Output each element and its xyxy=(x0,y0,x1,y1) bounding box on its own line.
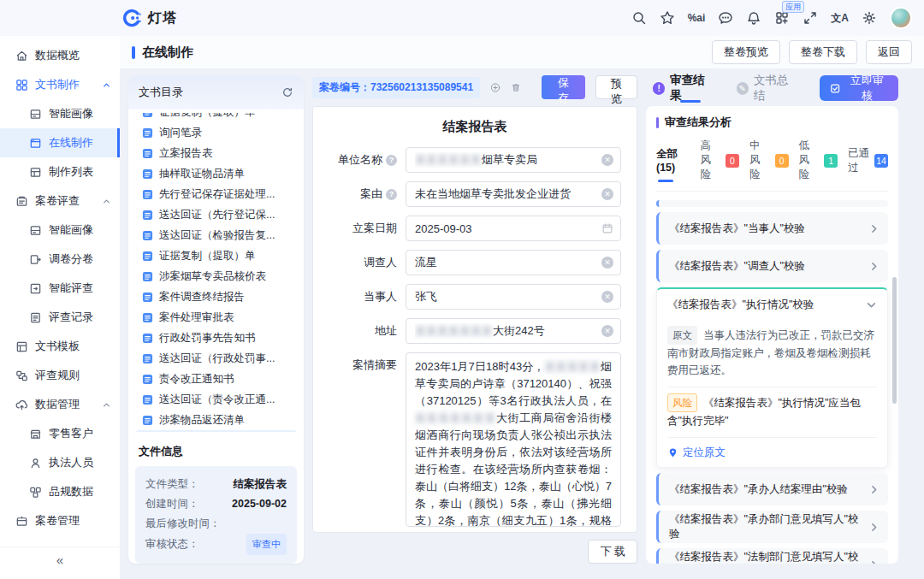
star-icon[interactable] xyxy=(660,10,675,26)
doc-list-item[interactable]: 送达回证（先行登记保... xyxy=(135,204,297,225)
text-input[interactable]: 2025-09-03 xyxy=(406,216,621,241)
tab-doc-summary[interactable]: ✎文书总结 xyxy=(737,75,798,101)
clear-icon[interactable]: ✕ xyxy=(601,257,613,269)
sidebar-subitem[interactable]: 制作列表 xyxy=(0,157,120,186)
doc-list-item[interactable]: 立案报告表 xyxy=(135,143,297,163)
review-item[interactable]: 《结案报告表》"调查人"校验 xyxy=(656,250,888,282)
translate-icon[interactable]: 文A xyxy=(831,10,849,26)
sidebar-item[interactable]: 文书制作 xyxy=(0,70,120,99)
preview-button[interactable]: 预 览 xyxy=(595,75,637,99)
add-icon[interactable] xyxy=(490,80,500,95)
review-item[interactable]: 《结案报告表》"当事人"校验 xyxy=(656,212,888,245)
review-scrollbar[interactable] xyxy=(892,277,897,404)
sidebar-item[interactable]: 案卷管理 xyxy=(0,506,120,535)
review-item[interactable]: 《结案报告表》"承办部门意见填写人"校验 xyxy=(656,511,888,543)
doc-list-item[interactable]: 案件调查终结报告 xyxy=(135,287,297,307)
sidebar-subitem[interactable]: 智能画像 xyxy=(0,99,120,128)
sidebar-subitem-label: 智能评查 xyxy=(49,281,111,296)
sidebar-subitem[interactable]: 智能评查 xyxy=(0,274,120,303)
clear-icon[interactable]: ✕ xyxy=(601,154,613,166)
form-card: 结案报告表 单位名称?某某某某某某烟草专卖局✕案由?未在当地烟草专卖批发企业进货… xyxy=(312,106,637,533)
sidebar-item[interactable]: 数据管理 xyxy=(0,390,120,419)
filter-all[interactable]: 全部 (15) xyxy=(656,147,690,175)
refresh-icon[interactable] xyxy=(281,86,293,98)
page-action-button[interactable]: 返回 xyxy=(866,40,912,64)
review-item[interactable]: 《结案报告表》"执行情况"校验 xyxy=(667,289,877,320)
pencil-circle-icon: ✎ xyxy=(737,82,749,95)
bell-icon[interactable] xyxy=(746,10,761,26)
text-input[interactable]: 某某某某某某某大街242号✕ xyxy=(406,318,621,344)
doc-lines-icon xyxy=(29,311,42,324)
filter-risk[interactable]: 低风险1 xyxy=(799,139,838,184)
tab-review-result[interactable]: !审查结果 xyxy=(653,75,714,101)
text-input[interactable]: 流星✕ xyxy=(406,250,621,275)
sidebar-subitem[interactable]: 调卷分卷 xyxy=(0,245,120,274)
doc-item-label: 行政处罚事先告知书 xyxy=(159,331,256,346)
review-item-partial[interactable] xyxy=(656,200,888,207)
text-input[interactable]: 张飞✕ xyxy=(406,284,621,310)
fullscreen-icon[interactable] xyxy=(803,10,818,26)
page-action-button[interactable]: 整卷预览 xyxy=(712,40,780,64)
doc-list-item[interactable]: 先行登记保存证据处理... xyxy=(135,184,297,204)
doc-list-item[interactable]: 抽样取证物品清单 xyxy=(135,163,297,184)
review-tabs: !审查结果✎文书总结立即审核 xyxy=(646,75,898,101)
doc-list-item[interactable]: 案件处理审批表 xyxy=(135,307,297,328)
doc-list-item[interactable]: 行政处罚事先告知书 xyxy=(135,328,297,348)
doc-list-item[interactable]: 涉案烟草专卖品核价表 xyxy=(135,266,297,287)
sidebar-subitem[interactable]: 智能画像 xyxy=(0,216,120,245)
help-icon[interactable]: ? xyxy=(386,189,397,200)
doc-list-item[interactable]: 送达回证（责令改正通... xyxy=(135,389,297,410)
panels: 文书目录 证据复制（提取）单询问笔录立案报告表抽样取证物品清单先行登记保存证据处… xyxy=(128,75,915,564)
ai-percent-icon[interactable]: %ai xyxy=(688,10,706,26)
doc-list-item[interactable]: 送达回证（检验报告复... xyxy=(135,225,297,245)
doc-list-item[interactable]: 询问笔录 xyxy=(135,122,297,143)
sidebar-item[interactable]: 文书模板 xyxy=(0,332,120,361)
locate-original-link[interactable]: 定位原文 xyxy=(667,438,877,460)
review-item[interactable]: 《结案报告表》"承办人结案理由"校验 xyxy=(656,473,888,505)
page-title-text: 在线制作 xyxy=(142,44,193,61)
clear-icon[interactable]: ✕ xyxy=(601,188,613,200)
message-icon[interactable] xyxy=(718,10,733,26)
search-icon[interactable] xyxy=(631,10,647,26)
doc-list-item[interactable]: 涉案物品返还清单 xyxy=(135,410,297,430)
clear-icon[interactable]: ✕ xyxy=(601,325,613,337)
text-input[interactable]: 某某某某某某烟草专卖局✕ xyxy=(406,147,621,173)
sidebar-item[interactable]: 评查规则 xyxy=(0,361,120,390)
text-input[interactable]: 未在当地烟草专卖批发企业进货✕ xyxy=(406,181,621,207)
document-icon xyxy=(142,415,153,426)
case-summary-textarea[interactable]: 2023年1月7日18时43分，某某某某某烟草专卖局的卢诗章（37120140）… xyxy=(406,352,621,527)
page-action-button[interactable]: 整卷下载 xyxy=(789,40,857,64)
filter-risk[interactable]: 中风险0 xyxy=(749,139,789,184)
filter-risk[interactable]: 高风险0 xyxy=(700,139,739,184)
download-button[interactable]: 下 载 xyxy=(588,540,637,564)
clear-icon[interactable]: ✕ xyxy=(601,291,613,303)
help-icon[interactable]: ? xyxy=(386,155,397,166)
calendar-icon[interactable] xyxy=(601,222,613,234)
sidebar-collapse-button[interactable]: « xyxy=(0,547,120,572)
doc-item-label: 送达回证（行政处罚事... xyxy=(159,352,275,366)
doc-list-item[interactable]: 结案报告表 xyxy=(135,430,297,432)
sidebar-subitem[interactable]: 执法人员 xyxy=(0,448,120,477)
user-avatar[interactable] xyxy=(890,7,912,29)
sidebar-item[interactable]: 数据概览 xyxy=(0,41,120,70)
sidebar-subitem[interactable]: 品规数据 xyxy=(0,477,120,506)
save-button[interactable]: 保 存 xyxy=(542,75,585,99)
file-info-row: 最后修改时间： xyxy=(145,514,287,534)
filter-risk[interactable]: 已通过14 xyxy=(848,146,888,177)
doc-list-item[interactable]: 证据复制（提取）单 xyxy=(135,245,297,266)
sidebar-subitem[interactable]: 在线制作 xyxy=(0,128,120,157)
settings-icon[interactable] xyxy=(862,10,877,26)
doc-list-item[interactable]: 送达回证（行政处罚事... xyxy=(135,348,297,369)
review-item[interactable]: 《结案报告表》"法制部门意见填写人"校验 xyxy=(656,548,888,564)
sidebar-subitem[interactable]: 零售客户 xyxy=(0,419,120,448)
form-field-row: 调查人流星✕ xyxy=(329,250,621,275)
download-row: 下 载 xyxy=(312,540,637,564)
doc-list-item[interactable]: 证据复制（提取）单 xyxy=(135,113,297,122)
main-content: 在线制作 整卷预览整卷下载返回 文书目录 证据复制（提取）单询问笔录立案报告表抽… xyxy=(120,36,924,579)
apps-icon[interactable]: 应用 xyxy=(774,10,790,26)
sidebar-subitem[interactable]: 评查记录 xyxy=(0,303,120,332)
doc-list-item[interactable]: 责令改正通知书 xyxy=(135,369,297,389)
trash-icon[interactable] xyxy=(511,80,521,95)
sidebar-item[interactable]: 案卷评查 xyxy=(0,186,120,216)
audit-now-button[interactable]: 立即审核 xyxy=(820,75,898,101)
